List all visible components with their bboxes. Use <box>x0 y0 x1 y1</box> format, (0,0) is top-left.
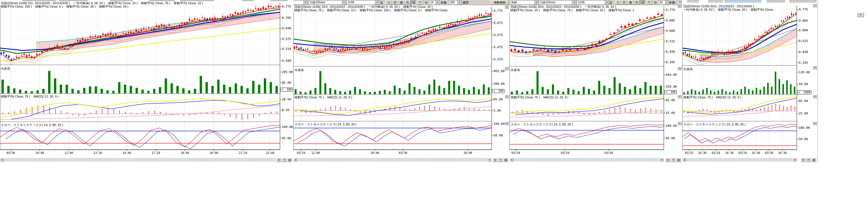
scroll-left-icon[interactable]: ◄ <box>682 158 686 161</box>
h-scrollbar[interactable]: ◄► <box>509 158 664 161</box>
chevron-down-icon[interactable]: ▼ <box>435 1 439 4</box>
collapse-pane-icon[interactable]: ▼ <box>678 122 682 125</box>
chevron-down-icon[interactable]: ▼ <box>605 1 609 4</box>
axis-tick-label: 100.00 <box>493 122 505 126</box>
chevron-down-icon[interactable]: ▼ <box>342 1 346 4</box>
axis-tick <box>797 128 798 128</box>
close-icon[interactable]: ✕ <box>282 158 287 162</box>
chevron-down-icon[interactable]: ▼ <box>572 1 576 4</box>
multi-symbol-button[interactable]: 複数銘柄 <box>491 0 509 5</box>
axis-tick-label: 9,675 <box>493 21 503 25</box>
collapse-pane-icon[interactable]: ▼ <box>505 95 509 98</box>
chevron-down-icon[interactable]: ▼ <box>457 1 461 4</box>
axis-tick-label: 9,705 <box>282 16 291 20</box>
collapse-pane-icon[interactable]: ▼ <box>813 122 817 125</box>
zoom-icon[interactable]: ⊕ <box>801 158 805 162</box>
period-button-4[interactable]: 分 <box>640 0 646 5</box>
grid-icon[interactable]: ▦ <box>503 158 508 162</box>
collapse-pane-icon[interactable]: ▼ <box>813 4 817 7</box>
chevron-down-icon[interactable]: ▼ <box>534 1 538 4</box>
period-button-2[interactable]: 週 <box>627 0 633 5</box>
scrollbar-track[interactable] <box>686 158 793 161</box>
macd-pane-label: 移動平均( Close, 75 ) MACD( 12, 26, 9 ) <box>294 95 352 99</box>
axis-tick-label: 9,600 <box>665 29 675 33</box>
zoom-icon[interactable]: ⊕ <box>276 158 281 162</box>
axis-tick-label: 50.00 <box>493 134 503 137</box>
axis-tick-label: 9,430 <box>799 50 808 54</box>
collapse-pane-icon[interactable]: ▼ <box>678 95 682 98</box>
grid-icon[interactable]: ▦ <box>676 158 681 162</box>
time-axis-label: 03/30 <box>765 151 773 155</box>
scrollbar-track[interactable] <box>513 158 660 161</box>
minute-select[interactable]: 30▼ <box>658 0 669 5</box>
collapse-pane-icon[interactable]: ▼ <box>813 95 817 98</box>
chevron-down-icon[interactable]: ▼ <box>375 1 379 4</box>
chevron-down-icon[interactable]: ▼ <box>304 1 307 4</box>
period-button-0[interactable]: 1 <box>386 0 392 5</box>
contract-select[interactable]: 11/06▼ <box>346 0 379 5</box>
axis-tick-label: 28.50 <box>282 98 291 101</box>
period-button-2[interactable]: 週 <box>398 0 404 5</box>
chevron-down-icon[interactable]: ▼ <box>665 1 669 4</box>
scroll-left-icon[interactable]: ◄ <box>509 158 513 161</box>
axis-tick-label: 205.00 <box>282 70 293 74</box>
h-scrollbar[interactable]: ◄► <box>293 158 492 161</box>
close-icon[interactable]: ✕ <box>671 158 676 162</box>
zoom-icon[interactable]: ⊕ <box>493 158 497 162</box>
time-axis-label: 16:30 <box>778 151 786 155</box>
period-button-5[interactable]: T <box>417 0 423 5</box>
count-label: 本数 <box>669 1 675 5</box>
h-scrollbar[interactable]: ◄► <box>0 158 280 161</box>
count-select[interactable]: 50▼ <box>678 0 682 5</box>
collapse-pane-icon[interactable]: ▼ <box>505 122 509 125</box>
collapse-pane-icon[interactable]: ▼ <box>813 66 817 69</box>
period-button-3[interactable]: 月 <box>633 0 640 5</box>
axis-tick <box>797 21 798 21</box>
axis-tick-label: 9,775 <box>493 9 503 13</box>
scrollbar-track[interactable] <box>297 158 488 161</box>
period-button-1[interactable]: 日 <box>392 0 398 5</box>
period-button-3[interactable]: 月 <box>404 0 411 5</box>
scroll-right-icon[interactable]: ► <box>793 158 797 161</box>
zoom-icon[interactable]: ⊕ <box>665 158 670 162</box>
collapse-pane-icon[interactable]: ▼ <box>678 5 682 8</box>
chart-toolbar: 先物▼日経225mini▼11/06▼足1日週月分T分30▼本数50▼ <box>509 0 682 5</box>
time-axis-label: 22:40 <box>266 151 274 155</box>
axis-tick <box>664 138 665 138</box>
minute-select[interactable]: 15▼ <box>429 0 440 5</box>
collapse-pane-icon[interactable]: ▼ <box>505 67 509 70</box>
close-icon[interactable]: ✕ <box>498 158 503 162</box>
chevron-down-icon[interactable]: ▼ <box>857 12 864 17</box>
period-button-0[interactable]: 1 <box>615 0 621 5</box>
close-icon[interactable]: ✕ <box>806 158 811 162</box>
axis-tick <box>280 28 281 29</box>
axis-tick-label: 65.00 <box>493 98 503 101</box>
time-axis-label: 03/28 <box>512 151 520 155</box>
axis-tick <box>664 126 665 126</box>
volume-pane-label: 出来高 <box>1 66 10 71</box>
chart-canvas <box>0 0 280 151</box>
period-button-4[interactable]: 分 <box>411 0 417 5</box>
scrollbar-track[interactable] <box>4 158 276 161</box>
period-button-5[interactable]: T <box>646 0 652 5</box>
count-select[interactable]: 300▼ <box>449 0 462 5</box>
instrument-type-select[interactable]: 先物▼ <box>510 0 538 5</box>
instrument-select[interactable]: 日経225mini▼ <box>539 0 576 5</box>
axis-tick-label: 65.00 <box>665 98 675 102</box>
axis-tick <box>797 41 798 41</box>
instrument-type-select[interactable]: 先物▼ <box>293 0 308 5</box>
h-scrollbar[interactable]: ◄► <box>682 158 797 161</box>
time-axis-label: 16:30 <box>698 151 707 155</box>
contract-select[interactable]: 11/06▼ <box>577 0 609 5</box>
grid-icon[interactable]: ▦ <box>811 158 816 162</box>
period-button-1[interactable]: 日 <box>621 0 627 5</box>
scroll-right-icon[interactable]: ► <box>660 158 664 161</box>
scroll-left-icon[interactable]: ◄ <box>0 158 4 161</box>
collapse-pane-icon[interactable]: ▼ <box>678 67 682 70</box>
instrument-select[interactable]: 日経225mini▼ <box>309 0 346 5</box>
scroll-left-icon[interactable]: ◄ <box>293 158 297 161</box>
grid-icon[interactable]: ▦ <box>287 158 292 162</box>
collapse-pane-icon[interactable]: ▼ <box>505 6 509 9</box>
axis-tick-label: 100.00 <box>799 126 810 130</box>
scroll-right-icon[interactable]: ► <box>488 158 492 161</box>
